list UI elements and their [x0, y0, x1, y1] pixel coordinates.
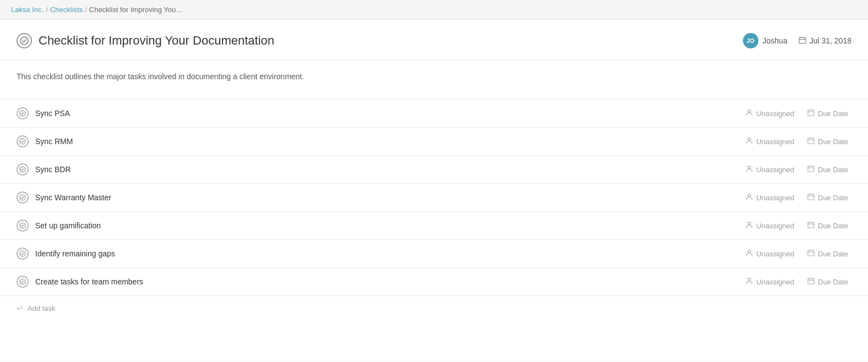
task-left: Sync PSA — [17, 107, 70, 119]
task-assignee-5[interactable]: Unassigned — [746, 249, 794, 258]
assignee-badge[interactable]: JO Joshua — [743, 33, 788, 48]
task-row[interactable]: Identify remaining gaps Unassigned — [0, 239, 868, 267]
task-due-date-label-6: Due Date — [818, 278, 848, 286]
task-assignee-label-4: Unassigned — [756, 222, 794, 230]
description-section: This checklist outlines the major tasks … — [0, 60, 868, 99]
task-right-3: Unassigned Due Date — [746, 193, 851, 202]
calendar-icon — [799, 36, 806, 46]
svg-rect-19 — [808, 166, 814, 172]
task-row[interactable]: Sync RMM Unassigned — [0, 127, 868, 155]
task-check-5[interactable] — [17, 248, 29, 260]
checklist-status-icon[interactable] — [17, 33, 32, 48]
task-left: Sync Warranty Master — [17, 191, 111, 204]
task-due-date-label-4: Due Date — [818, 222, 848, 230]
task-check-2[interactable] — [17, 163, 29, 175]
svg-point-42 — [748, 278, 751, 281]
task-due-date-label-0: Due Date — [818, 109, 848, 118]
svg-rect-13 — [808, 138, 814, 144]
task-due-date-label-3: Due Date — [818, 194, 848, 202]
task-right-6: Unassigned Due Date — [746, 277, 851, 286]
task-assignee-3[interactable]: Unassigned — [746, 193, 794, 202]
svg-point-12 — [748, 138, 751, 141]
task-due-date-6[interactable]: Due Date — [807, 277, 851, 286]
assignee-name: Joshua — [763, 36, 788, 45]
svg-point-30 — [748, 222, 751, 225]
svg-point-36 — [748, 250, 751, 253]
task-due-date-2[interactable]: Due Date — [807, 165, 851, 174]
task-right-1: Unassigned Due Date — [746, 137, 851, 146]
task-calendar-icon-2 — [807, 165, 815, 174]
checklist-header: Checklist for Improving Your Documentati… — [0, 20, 868, 60]
task-due-date-label-1: Due Date — [818, 138, 848, 146]
task-check-3[interactable] — [17, 191, 29, 204]
task-calendar-icon-1 — [807, 137, 815, 146]
task-check-6[interactable] — [17, 276, 29, 288]
person-icon-6 — [746, 277, 753, 286]
avatar: JO — [743, 33, 758, 48]
task-row[interactable]: Sync Warranty Master Unassigned — [0, 183, 868, 211]
task-assignee-label-0: Unassigned — [756, 109, 794, 118]
add-task-button[interactable]: ↵ Add task — [17, 304, 56, 312]
page-title: Checklist for Improving Your Documentati… — [39, 34, 274, 48]
svg-point-18 — [748, 166, 751, 169]
header-right: JO Joshua Jul 31, 2018 — [743, 33, 851, 48]
description-text: This checklist outlines the major tasks … — [17, 71, 851, 83]
task-right-0: Unassigned Due Date — [746, 109, 851, 118]
main-content: Checklist for Improving Your Documentati… — [0, 20, 868, 361]
task-label-1: Sync RMM — [35, 137, 73, 146]
person-icon-1 — [746, 137, 753, 146]
add-task-row: ↵ Add task — [0, 295, 868, 320]
task-row[interactable]: Sync BDR Unassigned — [0, 155, 868, 183]
task-row[interactable]: Set up gamification Unassigned — [0, 211, 868, 239]
task-row[interactable]: Sync PSA Unassigned — [0, 99, 868, 127]
task-label-4: Set up gamification — [35, 221, 101, 230]
breadcrumb-current: Checklist for Improving You… — [89, 6, 183, 14]
task-right-5: Unassigned Due Date — [746, 249, 851, 258]
task-assignee-4[interactable]: Unassigned — [746, 221, 794, 230]
task-due-date-1[interactable]: Due Date — [807, 137, 851, 146]
task-assignee-label-5: Unassigned — [756, 250, 794, 258]
task-due-date-3[interactable]: Due Date — [807, 193, 851, 202]
task-check-0[interactable] — [17, 107, 29, 119]
task-assignee-1[interactable]: Unassigned — [746, 137, 794, 146]
breadcrumb-sep-2: / — [85, 6, 87, 14]
person-icon-0 — [746, 109, 753, 118]
task-left: Identify remaining gaps — [17, 248, 115, 260]
svg-rect-31 — [808, 222, 814, 228]
svg-rect-43 — [808, 278, 814, 284]
task-due-date-label-2: Due Date — [818, 166, 848, 174]
task-check-4[interactable] — [17, 220, 29, 232]
svg-rect-7 — [808, 110, 814, 116]
task-due-date-5[interactable]: Due Date — [807, 249, 851, 258]
task-right-4: Unassigned Due Date — [746, 221, 851, 230]
task-left: Set up gamification — [17, 220, 101, 232]
task-left: Create tasks for team members — [17, 276, 143, 288]
task-check-1[interactable] — [17, 135, 29, 147]
task-due-date-label-5: Due Date — [818, 250, 848, 258]
person-icon-2 — [746, 165, 753, 174]
task-calendar-icon-3 — [807, 193, 815, 202]
task-label-3: Sync Warranty Master — [35, 193, 111, 202]
breadcrumb-section[interactable]: Checklists — [50, 6, 83, 14]
svg-point-6 — [748, 110, 751, 113]
task-assignee-0[interactable]: Unassigned — [746, 109, 794, 118]
task-assignee-2[interactable]: Unassigned — [746, 165, 794, 174]
breadcrumb-sep-1: / — [46, 6, 48, 14]
task-right-2: Unassigned Due Date — [746, 165, 851, 174]
task-due-date-4[interactable]: Due Date — [807, 221, 851, 230]
task-assignee-6[interactable]: Unassigned — [746, 277, 794, 286]
task-assignee-label-3: Unassigned — [756, 194, 794, 202]
task-due-date-0[interactable]: Due Date — [807, 109, 851, 118]
return-icon: ↵ — [17, 304, 23, 312]
due-date-badge[interactable]: Jul 31, 2018 — [799, 36, 851, 46]
task-label-5: Identify remaining gaps — [35, 249, 115, 258]
breadcrumb-org[interactable]: Laksa Inc. — [11, 6, 44, 14]
task-label-2: Sync BDR — [35, 165, 71, 174]
task-assignee-label-1: Unassigned — [756, 138, 794, 146]
svg-rect-25 — [808, 194, 814, 200]
task-label-6: Create tasks for team members — [35, 277, 143, 286]
header-left: Checklist for Improving Your Documentati… — [17, 33, 274, 48]
task-row[interactable]: Create tasks for team members Unassigned — [0, 267, 868, 295]
task-label-0: Sync PSA — [35, 109, 70, 118]
tasks-section: Sync PSA Unassigned — [0, 99, 868, 295]
